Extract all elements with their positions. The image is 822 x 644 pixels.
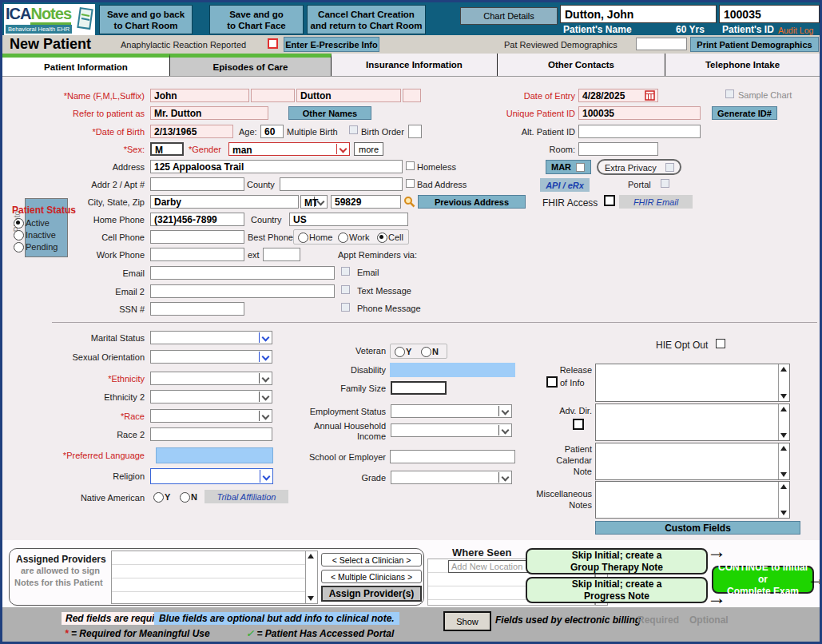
veteran-n-radio[interactable] — [421, 347, 431, 357]
scroll-up-icon[interactable] — [780, 367, 787, 372]
extra-privacy-checkbox[interactable] — [665, 163, 674, 172]
addr2-field[interactable] — [150, 177, 244, 191]
email2-field[interactable] — [150, 284, 335, 298]
previous-address-button[interactable]: Previous Address — [418, 195, 526, 209]
fhir-email-button[interactable]: FHIR Email — [619, 195, 693, 209]
preferred-language-field[interactable] — [156, 447, 273, 463]
adv-dir-scrollbar[interactable] — [778, 404, 789, 440]
school-field[interactable] — [390, 450, 515, 463]
best-phone-work-radio[interactable] — [338, 233, 348, 243]
tab-telephone-intake[interactable]: Telephone Intake — [665, 54, 820, 76]
marital-select[interactable] — [150, 331, 272, 344]
address-field[interactable]: 125 Appaloosa Trail — [150, 160, 403, 173]
eprescribe-button[interactable]: Enter E-Prescribe Info — [284, 37, 379, 52]
misc-notes-textarea[interactable] — [595, 481, 790, 519]
last-name-field[interactable]: Dutton — [296, 89, 401, 102]
best-phone-cell-radio[interactable] — [377, 233, 387, 243]
scroll-up-icon[interactable] — [780, 407, 787, 411]
fhir-access-checkbox[interactable] — [604, 195, 615, 206]
refer-field[interactable]: Mr. Dutton — [150, 106, 268, 120]
sex-field[interactable]: M — [150, 142, 184, 156]
patient-name-field[interactable]: Dutton, John — [560, 5, 717, 23]
continue-exam-button[interactable]: CONTINUE to Initial orComplete Exam — [712, 566, 814, 594]
tab-other-contacts[interactable]: Other Contacts — [498, 54, 665, 76]
alt-id-field[interactable] — [578, 125, 701, 138]
portal-checkbox[interactable] — [661, 179, 669, 188]
room-field[interactable] — [578, 142, 658, 156]
print-demographics-button[interactable]: Print Patient Demographics — [690, 37, 819, 52]
first-name-field[interactable]: John — [150, 89, 249, 102]
gender-select[interactable]: man — [228, 142, 350, 156]
calendar-note-textarea[interactable] — [595, 443, 790, 480]
scroll-down-icon[interactable] — [780, 433, 787, 438]
skip-group-therapy-button[interactable]: Skip Initial; create aGroup Therapy Note — [526, 548, 708, 574]
dob-field[interactable]: 2/13/1965 — [150, 125, 233, 138]
scroll-up-icon[interactable] — [780, 446, 787, 451]
status-active-radio[interactable] — [14, 218, 24, 229]
home-phone-field[interactable]: (321)456-7899 — [150, 213, 244, 226]
calendar-note-scrollbar[interactable] — [778, 443, 789, 479]
tab-episodes-of-care[interactable]: Episodes of Care — [170, 54, 332, 76]
religion-select[interactable] — [150, 468, 273, 484]
ssn-field[interactable] — [150, 302, 244, 316]
homeless-checkbox[interactable] — [406, 161, 415, 170]
calendar-icon[interactable] — [645, 90, 655, 101]
grade-select[interactable] — [391, 471, 512, 484]
pat-reviewed-input[interactable] — [636, 38, 687, 50]
skip-progress-note-button[interactable]: Skip Initial; create aProgress Note — [526, 577, 708, 603]
status-pending-radio[interactable] — [14, 242, 24, 252]
native-american-n-radio[interactable] — [180, 492, 190, 503]
county-field[interactable] — [280, 177, 403, 191]
reminder-phone-checkbox[interactable] — [341, 303, 350, 312]
unique-id-field[interactable]: 100035 — [578, 106, 701, 120]
income-select[interactable] — [391, 423, 512, 437]
anaphylactic-checkbox[interactable] — [268, 38, 278, 49]
birth-order-field[interactable] — [408, 125, 422, 138]
adv-dir-textarea[interactable] — [595, 403, 790, 441]
audit-log-link[interactable]: Audit Log — [778, 26, 813, 35]
bad-address-checkbox[interactable] — [406, 179, 415, 188]
scroll-down-icon[interactable] — [780, 472, 787, 477]
race2-field[interactable] — [150, 427, 272, 441]
middle-name-field[interactable] — [251, 89, 295, 102]
age-field[interactable]: 60 — [260, 125, 284, 138]
release-of-info-checkbox[interactable] — [546, 376, 558, 388]
race-select[interactable] — [150, 409, 272, 423]
cell-phone-field[interactable] — [150, 230, 244, 244]
misc-notes-scrollbar[interactable] — [778, 482, 789, 518]
assigned-providers-list[interactable] — [111, 551, 307, 604]
show-button[interactable]: Show — [443, 611, 491, 631]
custom-fields-button[interactable]: Custom Fields — [595, 521, 800, 535]
zip-field[interactable]: 59829 — [331, 195, 401, 209]
reminder-email-checkbox[interactable] — [341, 267, 350, 276]
providers-scrollbar[interactable] — [305, 551, 318, 604]
ethnicity2-select[interactable] — [150, 390, 272, 403]
scroll-up-icon[interactable] — [780, 484, 787, 489]
country-field[interactable]: US — [289, 213, 408, 226]
zip-search-icon[interactable] — [403, 196, 415, 208]
select-clinician-button[interactable]: < Select a Clinician > — [321, 553, 422, 566]
more-button[interactable]: more — [354, 142, 383, 156]
disability-field[interactable] — [390, 363, 515, 377]
other-names-button[interactable]: Other Names — [288, 106, 371, 120]
scroll-down-icon[interactable] — [780, 394, 787, 399]
mar-checkbox[interactable] — [576, 163, 585, 172]
patient-id-field[interactable]: 100035 — [719, 5, 820, 23]
multiple-birth-checkbox[interactable] — [349, 125, 358, 134]
tab-insurance-information[interactable]: Insurance Information — [332, 54, 498, 76]
email-field[interactable] — [150, 266, 335, 280]
family-size-field[interactable] — [391, 381, 447, 395]
generate-id-button[interactable]: Generate ID# — [712, 106, 777, 120]
reminder-text-checkbox[interactable] — [341, 285, 350, 294]
ethnicity-select[interactable] — [150, 372, 272, 385]
save-go-back-chart-room-button[interactable]: Save and go backto Chart Room — [99, 5, 193, 34]
api-erx-link[interactable]: API / eRx — [540, 178, 590, 192]
mar-button[interactable]: MAR — [546, 160, 591, 174]
scroll-down-icon[interactable] — [308, 596, 314, 601]
suffix-field[interactable] — [403, 89, 421, 102]
hie-opt-out-checkbox[interactable] — [716, 339, 725, 348]
sexual-orientation-select[interactable] — [150, 350, 272, 364]
adv-dir-checkbox[interactable] — [573, 419, 584, 430]
native-american-y-radio[interactable] — [153, 492, 164, 503]
ext-field[interactable] — [263, 248, 300, 261]
